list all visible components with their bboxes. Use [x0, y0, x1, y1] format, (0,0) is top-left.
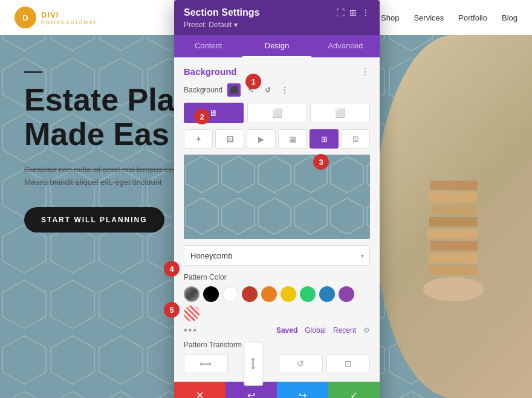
modal-header-icons: ⛶ ⊞ ⋮ — [336, 8, 370, 18]
tab-advanced[interactable]: Advanced — [311, 35, 380, 57]
color-swatch-yellow[interactable] — [281, 286, 296, 302]
nav-shop[interactable]: Shop — [381, 13, 399, 22]
section-settings-modal: Section Settings ⛶ ⊞ ⋮ Preset: Default C… — [174, 0, 380, 398]
preset-selector[interactable]: Preset: Default — [184, 21, 370, 29]
modal-body: Background ⋮ Background ⬛ ↖ ↺ ⋮ 🖥 ⬜ ⬜ ✦ … — [174, 57, 380, 382]
right-image — [375, 35, 532, 398]
cancel-button[interactable]: ✕ — [174, 382, 225, 398]
pattern-dropdown-wrap: Honeycomb Chevron Dots Stripes Waves ▾ — [184, 245, 370, 266]
modal-title: Section Settings — [184, 7, 259, 18]
svg-point-8 — [423, 277, 484, 301]
bg-more-icon[interactable]: ⋮ — [278, 83, 291, 97]
logo-icon: D — [22, 13, 28, 22]
device-mobile-btn[interactable]: ⬜ — [310, 103, 370, 123]
nav-services[interactable]: Services — [414, 13, 444, 22]
jenga-illustration — [405, 132, 502, 301]
svg-rect-2 — [430, 241, 478, 251]
color-swatch-orange[interactable] — [261, 286, 277, 302]
nav-blog[interactable]: Blog — [502, 13, 517, 22]
nav-portfolio[interactable]: Portfolio — [458, 13, 487, 22]
logo: D DIVI PROFESSIONAL — [15, 7, 98, 28]
modal-header: Section Settings ⛶ ⊞ ⋮ Preset: Default — [174, 0, 380, 35]
saved-settings-icon[interactable]: ⚙ — [363, 326, 370, 335]
color-swatch-white[interactable] — [222, 286, 238, 302]
logo-circle: D — [15, 7, 36, 28]
color-swatch-striped[interactable] — [184, 306, 199, 321]
hand-image — [375, 35, 532, 398]
background-controls-row: Background ⬛ ↖ ↺ ⋮ — [184, 83, 370, 97]
pattern-dropdown[interactable]: Honeycomb Chevron Dots Stripes Waves — [184, 245, 370, 266]
nav-links: Shop Services Portfolio Blog — [381, 13, 517, 22]
modal-tabs: Content Design Advanced — [174, 35, 380, 57]
color-bottom-row: ••• Saved Global Recent ⚙ — [184, 325, 370, 336]
bg-type-gradient[interactable]: ▦ — [278, 129, 307, 149]
annotation-5: 5 — [164, 302, 180, 318]
color-swatch-blue[interactable] — [319, 286, 335, 302]
cta-button[interactable]: Start Will Planning — [24, 207, 164, 233]
saved-tab-saved[interactable]: Saved — [276, 326, 297, 335]
redo-button[interactable]: ↪ — [277, 382, 328, 398]
saved-tab-global[interactable]: Global — [305, 326, 326, 335]
transform-scale[interactable]: ⊡ — [326, 354, 371, 373]
bg-type-image[interactable]: 🖼 — [215, 129, 244, 149]
background-section-header: Background ⋮ — [184, 66, 370, 77]
svg-rect-0 — [429, 265, 478, 275]
color-swatch-green[interactable] — [300, 286, 316, 302]
bg-color-icon[interactable]: ⬛ — [227, 83, 241, 97]
color-swatches — [184, 286, 370, 321]
logo-text: DIVI — [41, 10, 98, 19]
preview-hex-pattern — [184, 155, 370, 239]
transform-flip-h[interactable]: ⟺ — [184, 354, 228, 373]
transform-flip-v[interactable]: ⟺ — [244, 342, 263, 386]
tab-content[interactable]: Content — [174, 35, 242, 57]
color-swatch-purple[interactable] — [339, 286, 354, 302]
pattern-transform-label: Pattern Transform — [184, 341, 370, 349]
more-colors-icon[interactable]: ••• — [184, 325, 198, 336]
device-desktop-btn[interactable]: 🖥 — [184, 103, 244, 123]
color-swatch-gradient[interactable] — [184, 286, 199, 302]
fullscreen-icon[interactable]: ⛶ — [336, 8, 345, 18]
bg-type-row: ✦ 🖼 ▶ ▦ ⊞ 🖺 — [184, 129, 370, 149]
bg-type-video[interactable]: ▶ — [247, 129, 276, 149]
tab-design[interactable]: Design — [242, 35, 311, 57]
transform-controls: ⟺ ⟺ ↺ ⊡ — [184, 354, 370, 373]
device-selector-row: 🖥 ⬜ ⬜ — [184, 103, 370, 123]
logo-sub: PROFESSIONAL — [41, 19, 98, 25]
modal-title-row: Section Settings ⛶ ⊞ ⋮ — [184, 7, 370, 18]
svg-rect-5 — [432, 205, 478, 214]
annotation-3: 3 — [313, 154, 329, 170]
transform-rotate[interactable]: ↺ — [279, 354, 323, 373]
bg-type-mask[interactable]: 🖺 — [341, 129, 370, 149]
background-section-title: Background — [184, 66, 237, 77]
pattern-dropdown-row: Honeycomb Chevron Dots Stripes Waves ▾ — [184, 245, 370, 266]
svg-rect-1 — [428, 253, 478, 263]
bg-type-color[interactable]: ✦ — [184, 129, 213, 149]
color-swatch-black[interactable] — [203, 286, 219, 302]
pattern-preview — [184, 155, 370, 239]
modal-footer: ✕ ↩ ↪ ✓ — [174, 382, 380, 398]
svg-rect-7 — [430, 181, 478, 190]
layout-icon[interactable]: ⊞ — [349, 8, 357, 18]
svg-rect-6 — [428, 193, 478, 202]
saved-tab-recent[interactable]: Recent — [333, 326, 356, 335]
background-label: Background — [184, 86, 222, 94]
annotation-1: 1 — [245, 74, 261, 89]
annotation-4: 4 — [164, 261, 180, 277]
svg-rect-3 — [427, 229, 478, 239]
page-subtitle: Curabitur non nulla sit amet nisl tempus… — [24, 164, 193, 189]
bg-reset-icon[interactable]: ↺ — [261, 83, 274, 97]
more-icon[interactable]: ⋮ — [362, 8, 370, 18]
annotation-2: 2 — [194, 109, 210, 124]
title-dash — [24, 71, 42, 73]
save-button[interactable]: ✓ — [328, 382, 380, 398]
bg-type-pattern[interactable]: ⊞ — [310, 129, 339, 149]
pattern-color-label: Pattern Color — [184, 273, 370, 281]
saved-tabs: Saved Global Recent ⚙ — [276, 326, 370, 335]
device-tablet-btn[interactable]: ⬜ — [247, 103, 307, 123]
svg-rect-4 — [429, 217, 478, 226]
section-options-icon[interactable]: ⋮ — [360, 66, 370, 77]
color-swatch-red[interactable] — [242, 286, 258, 302]
